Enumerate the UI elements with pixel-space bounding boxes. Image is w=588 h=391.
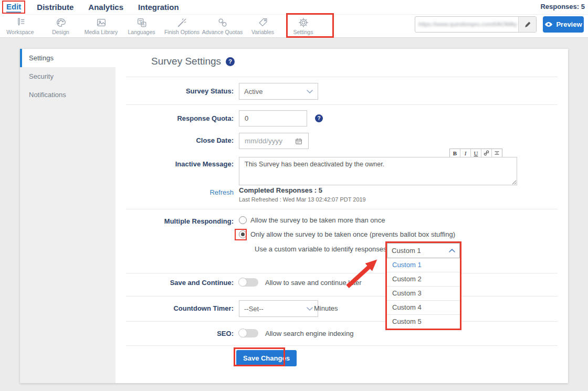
save-continue-description: Allow to save and continue later [265,279,362,287]
settings-sidebar: Settings Security Notifications [20,49,116,383]
dropdown-option-custom-5[interactable]: Custom 5 [387,315,460,329]
svg-text:A: A [142,23,145,26]
settings-gear-icon [298,17,309,28]
dropdown-option-custom-2[interactable]: Custom 2 [387,272,460,287]
toggle-knob [238,329,247,337]
sidebar-item-security[interactable]: Security [20,67,116,86]
calendar-icon [295,138,302,145]
radio-allow-multiple-label: Allow the survey to be taken more than o… [250,216,385,224]
seo-label: SEO: [116,330,234,337]
response-quota-label: Response Quota: [116,114,234,122]
survey-status-label: Survey Status: [116,87,234,95]
italic-button[interactable]: I [460,149,471,157]
toolbar-item-media-library[interactable]: Media Library [81,15,121,37]
survey-status-value: Active [244,88,262,96]
countdown-timer-select[interactable]: --Set-- [239,300,318,317]
close-date-input[interactable] [239,137,295,145]
save-changes-button[interactable]: Save Changes [236,350,297,366]
nav-tab-distribute[interactable]: Distribute [37,3,74,12]
refresh-link[interactable]: Refresh [116,188,234,196]
toolbar-item-languages[interactable]: xA Languages [121,15,162,37]
chevron-down-icon [307,307,313,311]
radio-row-once: Only allow the survey to be taken once (… [239,230,455,238]
align-button[interactable] [492,149,502,157]
toolbar-item-label: Advance Quotas [202,29,243,35]
close-date-label: Close Date: [116,136,234,144]
bold-button[interactable]: B [450,149,460,157]
underline-button[interactable]: U [471,149,481,157]
toolbar-item-workspace[interactable]: Workspace [0,15,40,37]
help-icon[interactable]: ? [226,57,235,66]
edit-url-button[interactable] [518,17,536,32]
radio-only-once-label: Only allow the survey to be taken once (… [250,230,455,238]
nav-tab-edit[interactable]: Edit [6,2,21,13]
toolbar-item-variables[interactable]: Variables [243,15,283,37]
radio-only-once[interactable] [239,230,247,238]
toolbar-item-label: Settings [293,29,313,35]
toolbar-item-finish-options[interactable]: Finish Options [162,15,202,37]
divider [126,77,558,77]
settings-main: Survey Settings ? Survey Status: Active … [116,49,568,383]
preview-button[interactable]: Preview [543,16,584,33]
help-icon[interactable]: ? [315,114,323,122]
chevron-up-icon [449,249,455,252]
pencil-icon [524,21,531,28]
media-library-icon [96,17,107,28]
divider [126,273,558,273]
dropdown-selected-value: Custom 1 [392,247,421,255]
link-button[interactable] [481,149,492,157]
dropdown-selected[interactable]: Custom 1 [387,243,460,258]
sidebar-item-settings[interactable]: Settings [20,49,116,67]
toolbar-item-label: Media Library [85,29,118,35]
dropdown-option-custom-1[interactable]: Custom 1 [387,258,460,272]
custom-variable-dropdown: Custom 1 Custom 1 Custom 2 Custom 3 Cust… [385,241,461,330]
preview-button-label: Preview [556,20,582,28]
seo-description: Allow search engine indexing [265,330,353,337]
settings-card: Settings Security Notifications Survey S… [20,49,568,383]
eye-icon [544,22,553,27]
divider [126,296,558,297]
questionpro-survey-settings-page: Edit Distribute Analytics Integration Re… [0,0,588,391]
page-title-text: Survey Settings [151,56,221,67]
toggle-knob [238,278,247,287]
align-icon [494,150,500,156]
link-icon [484,150,489,156]
divider [126,209,558,209]
divider [126,104,558,105]
message-format-toolbar: B I U [449,149,502,157]
toolbar-item-advance-quotas[interactable]: Advance Quotas [202,15,243,37]
close-date-field[interactable] [239,133,309,149]
seo-toggle[interactable] [239,329,258,337]
toolbar-item-label: Variables [251,29,274,35]
response-quota-input[interactable] [239,110,307,126]
last-refreshed-text: Last Refreshed : Wed Mar 13 02:42:07 PDT… [239,196,366,203]
dropdown-option-custom-4[interactable]: Custom 4 [387,301,460,315]
survey-status-select[interactable]: Active [239,83,318,100]
inactive-message-textarea[interactable]: This Survey has been deactivated by the … [239,157,517,185]
toolbar-item-label: Workspace [6,29,34,35]
radio-selected-dot [241,233,245,236]
survey-url-box: https://www.questionpro.com/t/AOMAy [415,16,537,33]
divider [126,345,558,346]
toolbar-item-settings[interactable]: Settings [283,15,323,37]
radio-allow-multiple[interactable] [239,216,247,224]
chevron-down-icon [307,90,313,93]
nav-tab-integration[interactable]: Integration [138,3,179,12]
countdown-timer-label: Countdown Timer: [116,304,234,312]
toolbar-item-label: Finish Options [164,29,200,35]
languages-icon: xA [136,17,148,28]
page-title: Survey Settings ? [151,56,235,67]
toolbar-item-design[interactable]: Design [40,15,81,37]
workspace-icon [15,17,26,28]
survey-url-input[interactable]: https://www.questionpro.com/t/AOMAy [415,17,518,32]
top-nav: Edit Distribute Analytics Integration Re… [0,0,588,14]
sidebar-item-notifications[interactable]: Notifications [20,86,116,104]
completed-responses-text: Completed Responses : 5 [239,186,322,194]
responses-count: Responses: 5 [540,3,585,10]
variables-icon [257,17,269,28]
toolbar-item-label: Design [52,29,69,35]
save-continue-label: Save and Continue: [116,279,234,287]
dropdown-option-custom-3[interactable]: Custom 3 [387,287,460,301]
nav-tab-analytics[interactable]: Analytics [88,3,123,12]
save-continue-toggle[interactable] [239,278,258,287]
